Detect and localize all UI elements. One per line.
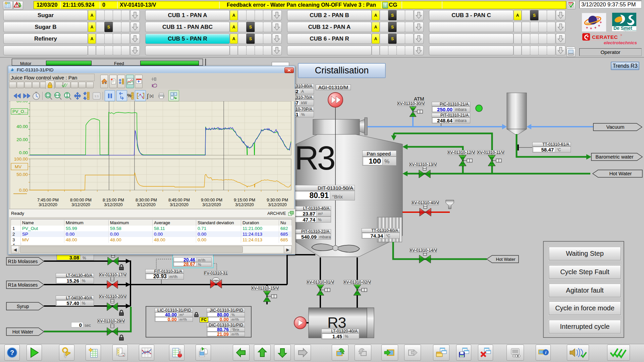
svg-text:1:1: 1:1 [94, 95, 99, 98]
svg-text:%: % [127, 93, 131, 98]
svg-text:Hot Water: Hot Water [496, 257, 516, 262]
svg-text:R1a Molasses: R1a Molasses [8, 282, 38, 288]
svg-text:8:45:00 PM: 8:45:00 PM [168, 198, 190, 202]
svg-text:8:30:00 PM: 8:30:00 PM [136, 198, 157, 202]
svg-text:MV: MV [15, 164, 21, 169]
svg-text:3/12/2020: 3/12/2020 [202, 202, 221, 207]
svg-text:9:15:00 PM: 9:15:00 PM [234, 198, 255, 202]
svg-text:80.00: 80.00 [16, 101, 28, 103]
svg-text:Hot Water: Hot Water [609, 171, 632, 176]
svg-text:PV_O...: PV_O... [12, 109, 28, 114]
svg-text:3/12/2020: 3/12/2020 [235, 202, 254, 207]
svg-text:40.00: 40.00 [16, 124, 28, 129]
svg-text:R1b Molasses: R1b Molasses [8, 259, 38, 264]
svg-text:7:45:00 PM: 7:45:00 PM [37, 198, 59, 202]
svg-text:R3: R3 [294, 139, 334, 177]
svg-text:[x]: [x] [150, 94, 154, 98]
svg-text:ATM: ATM [414, 96, 424, 102]
svg-text:3/12/2020: 3/12/2020 [39, 202, 57, 207]
svg-text:∫: ∫ [147, 93, 149, 99]
svg-text:0.00: 0.00 [19, 150, 28, 155]
svg-text:Vacuum: Vacuum [606, 124, 625, 130]
svg-text:0.00: 0.00 [19, 188, 28, 193]
svg-text:3/12/2020: 3/12/2020 [104, 202, 123, 207]
svg-text:3/12/2020: 3/12/2020 [268, 202, 287, 207]
svg-text:3/12/2020: 3/12/2020 [170, 202, 189, 207]
svg-text:100.00: 100.00 [14, 157, 28, 162]
svg-text:i: i [545, 350, 546, 355]
svg-text:3/12/2020: 3/12/2020 [71, 202, 90, 207]
svg-text:Syrup: Syrup [17, 304, 29, 309]
svg-text:?: ? [10, 349, 14, 356]
svg-text:50.00: 50.00 [16, 172, 28, 177]
svg-text:Barometric water: Barometric water [595, 154, 633, 160]
svg-text:20.00: 20.00 [16, 137, 28, 142]
svg-text:8:15:00 PM: 8:15:00 PM [103, 198, 124, 202]
svg-text:8:00:00 PM: 8:00:00 PM [70, 198, 92, 202]
svg-text:9:00:00 PM: 9:00:00 PM [201, 198, 222, 202]
svg-text:Hot Water: Hot Water [12, 329, 34, 335]
svg-text:3/12/2020: 3/12/2020 [137, 202, 156, 207]
svg-text:9:30:00 PM: 9:30:00 PM [267, 198, 288, 202]
